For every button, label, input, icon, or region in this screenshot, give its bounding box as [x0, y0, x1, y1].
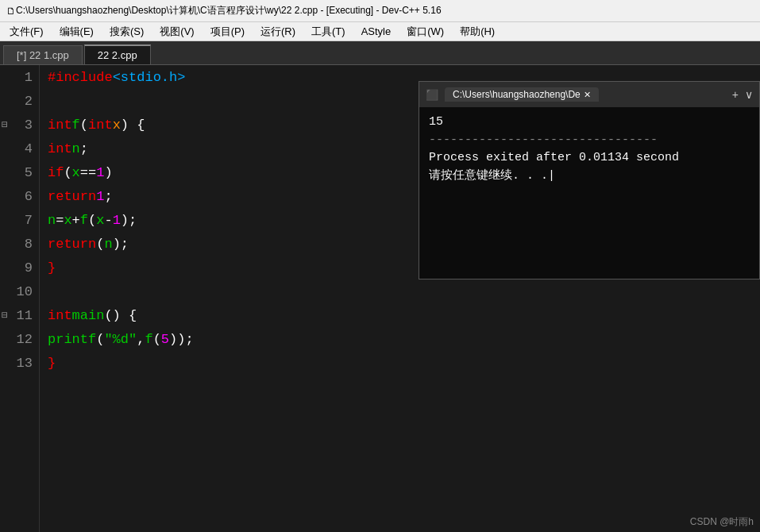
- editor-area: 12345678910111213 #include <stdio.h> int…: [0, 65, 760, 532]
- line-num-9: 9: [0, 256, 39, 279]
- cursor-blink: [548, 169, 555, 183]
- line-num-11: 11: [0, 303, 39, 327]
- line-num-4: 4: [0, 137, 39, 160]
- menu-item-运行R[interactable]: 运行(R): [254, 23, 302, 40]
- menu-item-文件F[interactable]: 文件(F): [3, 23, 50, 40]
- menu-item-视图V[interactable]: 视图(V): [153, 23, 200, 40]
- menu-bar: 文件(F)编辑(E)搜索(S)视图(V)项目(P)运行(R)工具(T)AStyl…: [0, 22, 760, 41]
- menu-item-搜索S[interactable]: 搜索(S): [103, 23, 150, 40]
- tab-[*]-22-1.cpp[interactable]: [*] 22 1.cpp: [3, 45, 83, 64]
- console-body: 15--------------------------------Proces…: [419, 107, 759, 279]
- console-line: 请按任意键继续. . .: [429, 168, 750, 186]
- add-tab-button[interactable]: +: [732, 88, 739, 101]
- console-line: Process exited after 0.01134 second: [429, 149, 750, 168]
- code-line-12: printf("%d", f(5));: [48, 327, 760, 351]
- line-num-3: 3: [0, 113, 39, 137]
- line-num-12: 12: [0, 327, 39, 351]
- tab-bar: [*] 22 1.cpp22 2.cpp: [0, 41, 760, 65]
- code-line-13: }: [48, 351, 760, 375]
- line-num-10: 10: [0, 279, 39, 303]
- line-num-2: 2: [0, 89, 39, 113]
- menu-item-工具T[interactable]: 工具(T): [305, 23, 352, 40]
- menu-item-AStyle[interactable]: AStyle: [355, 24, 398, 39]
- title-bar: 🗋 C:\Users\huangshaozheng\Desktop\计算机\C语…: [0, 0, 760, 22]
- console-tab-strip: C:\Users\huangshaozheng\De ✕: [445, 87, 726, 102]
- code-line-11: int main() {: [48, 303, 760, 327]
- console-icon: ⬛: [426, 89, 438, 101]
- console-tab-label: C:\Users\huangshaozheng\De: [453, 89, 581, 100]
- console-titlebar: ⬛ C:\Users\huangshaozheng\De ✕ + ∨: [419, 82, 759, 107]
- console-line: 15: [429, 114, 750, 132]
- menu-item-窗口W[interactable]: 窗口(W): [400, 23, 450, 40]
- console-tab[interactable]: C:\Users\huangshaozheng\De ✕: [445, 87, 599, 102]
- console-controls: + ∨: [732, 88, 753, 101]
- chevron-down-icon[interactable]: ∨: [745, 88, 753, 101]
- line-num-1: 1: [0, 65, 39, 89]
- title-text: C:\Users\huangshaozheng\Desktop\计算机\C语言程…: [16, 4, 442, 17]
- menu-item-帮助H[interactable]: 帮助(H): [453, 23, 501, 40]
- line-num-5: 5: [0, 160, 39, 184]
- line-num-13: 13: [0, 351, 39, 375]
- menu-item-项目P[interactable]: 项目(P): [204, 23, 251, 40]
- console-window: ⬛ C:\Users\huangshaozheng\De ✕ + ∨ 15---…: [419, 81, 760, 279]
- app-icon: 🗋: [6, 6, 16, 17]
- console-close-icon[interactable]: ✕: [584, 90, 591, 100]
- watermark: CSDN @时雨h: [690, 515, 754, 529]
- line-num-7: 7: [0, 208, 39, 232]
- menu-item-编辑E[interactable]: 编辑(E): [53, 23, 100, 40]
- tab-22-2.cpp[interactable]: 22 2.cpp: [84, 44, 151, 64]
- line-numbers: 12345678910111213: [0, 65, 40, 532]
- line-num-8: 8: [0, 232, 39, 256]
- line-num-6: 6: [0, 184, 39, 208]
- code-line-10: [48, 279, 760, 303]
- console-line: --------------------------------: [429, 132, 750, 150]
